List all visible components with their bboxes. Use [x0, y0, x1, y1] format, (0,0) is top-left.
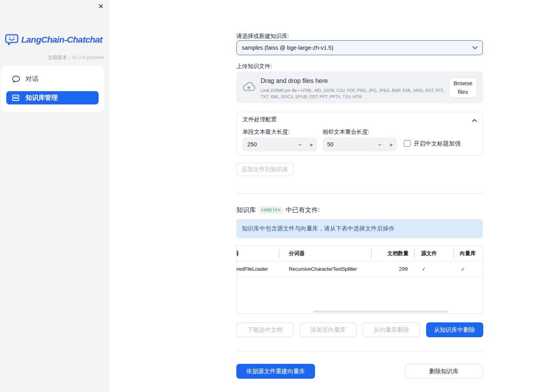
sidebar: ✕ LangChain-Chatchat 当前版本：v0.2.6-preview… [0, 0, 110, 392]
add-files-button[interactable]: 添加文件到知识库 [236, 163, 293, 176]
table-row[interactable]: UnstructuredFileLoader RecursiveCharacte… [237, 261, 482, 277]
col-splitter: 分词器 [289, 246, 305, 261]
close-sidebar-icon[interactable]: ✕ [98, 3, 104, 11]
table-horizontal-scrollbar[interactable] [313, 311, 448, 313]
delete-kb-button[interactable]: 删除知识库 [405, 364, 483, 379]
col-vector: 向量库 [460, 246, 476, 261]
upload-cloud-icon [242, 81, 256, 92]
delete-from-vector-button[interactable]: 从向量库删除 [363, 322, 420, 337]
chevron-up-icon[interactable] [472, 117, 477, 124]
table-header-row: 文档加载器 分词器 文档数量 源文件 向量库 [237, 246, 482, 261]
download-selected-button[interactable]: 下载选中文档 [236, 322, 293, 337]
chunk-size-input: 250 − + [243, 137, 317, 151]
version-text: 当前版本：v0.2.6-preview [47, 54, 104, 61]
kb-files-heading: 知识库 samples 中已有文件: [236, 206, 320, 214]
overlap-size-input: 50 − + [322, 137, 397, 151]
chat-icon [12, 76, 20, 83]
cell-docs: 299 [399, 261, 408, 277]
dropzone-limits: Limit 200MB per file • HTML, MD, JSON, C… [261, 88, 444, 100]
browse-files-button[interactable]: Browse files [449, 77, 477, 98]
app-logo: LangChain-Chatchat [5, 34, 102, 46]
cell-source-check: ✓ [422, 261, 426, 277]
overlap-plus-button[interactable]: + [385, 141, 397, 148]
chevron-down-icon [472, 46, 478, 49]
chunk-minus-button[interactable]: − [294, 141, 306, 148]
delete-from-kb-button[interactable]: 从知识库中删除 [426, 322, 483, 337]
sidebar-item-label: 对话 [25, 75, 38, 83]
kb-select[interactable]: samples (faiss @ bge-large-zh-v1.5) [236, 40, 483, 55]
add-to-vector-button[interactable]: 添加至向量库 [300, 322, 357, 337]
chunk-plus-button[interactable]: + [306, 141, 317, 148]
sidebar-item-knowledge-base[interactable]: 知识库管理 [6, 91, 99, 104]
overlap-size-value[interactable]: 50 [327, 141, 374, 147]
col-source: 源文件 [421, 246, 437, 261]
main-content: 请选择或新建知识库: samples (faiss @ bge-large-zh… [236, 0, 483, 392]
zh-title-checkbox-label: 开启中文标题加强 [414, 140, 461, 147]
col-loader: 文档加载器 [236, 246, 239, 261]
logo-chat-icon [5, 34, 18, 46]
overlap-minus-button[interactable]: − [374, 141, 385, 148]
cell-loader: UnstructuredFileLoader [236, 261, 268, 277]
kb-select-label: 请选择或新建知识库: [236, 32, 289, 40]
cell-vector-check: ✓ [461, 261, 465, 277]
file-config-expander: 文件处理配置 单段文本最大长度: 相邻文本重合长度: 250 − + 50 − … [236, 112, 483, 156]
chunk-size-label: 单段文本最大长度: [243, 128, 290, 136]
rebuild-vector-button[interactable]: 依据源文件重建向量库 [236, 364, 315, 379]
chunk-size-value[interactable]: 250 [247, 141, 294, 147]
sidebar-item-chat[interactable]: 对话 [6, 72, 99, 86]
files-table[interactable]: 文档加载器 分词器 文档数量 源文件 向量库 UnstructuredFileL… [236, 245, 483, 314]
kb-select-value: samples (faiss @ bge-large-zh-v1.5) [242, 45, 472, 51]
cell-splitter: RecursiveCharacterTextSplitter [289, 261, 357, 277]
logo-text: LangChain-Chatchat [21, 35, 102, 45]
zh-title-checkbox[interactable] [404, 140, 410, 147]
overlap-size-label: 相邻文本重合长度: [322, 128, 369, 136]
expander-title[interactable]: 文件处理配置 [243, 116, 277, 123]
sidebar-menu: 对话 知识库管理 [1, 66, 104, 112]
divider [236, 351, 483, 351]
sidebar-item-label: 知识库管理 [25, 94, 58, 102]
file-uploader-dropzone[interactable]: Drag and drop files here Limit 200MB per… [236, 72, 483, 103]
dropzone-title: Drag and drop files here [261, 77, 328, 85]
kb-name-code: samples [259, 206, 283, 214]
divider [236, 193, 483, 194]
knowledge-base-icon [12, 94, 20, 101]
info-alert: 知识库中包含源文件与向量库，请从下表中选择文件后操作 [236, 219, 483, 238]
col-docs: 文档数量 [387, 246, 409, 261]
upload-label: 上传知识文件: [236, 63, 272, 70]
